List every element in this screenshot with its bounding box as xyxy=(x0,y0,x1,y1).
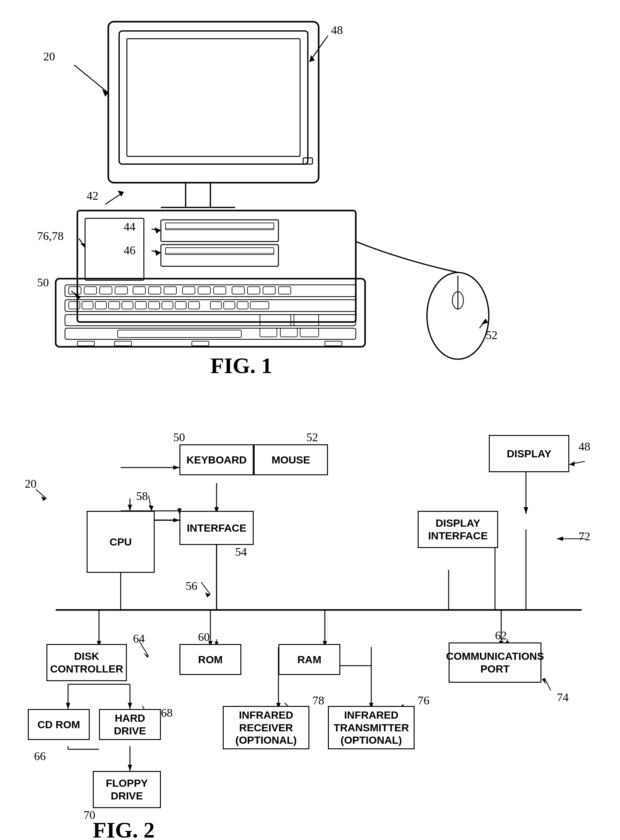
svg-line-119 xyxy=(569,461,585,464)
ref-50-fig2: 50 xyxy=(173,430,185,444)
svg-rect-5 xyxy=(303,158,313,164)
svg-rect-31 xyxy=(69,302,80,309)
svg-rect-28 xyxy=(263,287,275,294)
svg-rect-34 xyxy=(108,302,120,309)
ref-56-fig2: 56 xyxy=(186,579,197,593)
comm-port-box: COMMUNICATIONSPORT xyxy=(448,642,542,683)
svg-line-60 xyxy=(74,65,108,93)
cpu-box: CPU xyxy=(87,511,155,573)
svg-rect-33 xyxy=(95,302,107,309)
svg-marker-99 xyxy=(66,703,70,709)
svg-marker-69 xyxy=(309,55,315,62)
svg-line-66 xyxy=(152,251,161,253)
svg-rect-32 xyxy=(82,302,93,309)
ref-50-fig1: 50 xyxy=(37,276,49,289)
svg-marker-146 xyxy=(205,593,211,597)
svg-marker-89 xyxy=(128,505,132,511)
svg-rect-9 xyxy=(166,223,274,230)
ref-46-fig1: 46 xyxy=(124,243,135,257)
svg-rect-12 xyxy=(166,248,274,255)
svg-marker-124 xyxy=(149,505,153,511)
svg-marker-101 xyxy=(128,703,132,709)
svg-rect-42 xyxy=(224,302,235,309)
svg-marker-126 xyxy=(143,653,149,658)
svg-rect-35 xyxy=(122,302,133,309)
svg-rect-45 xyxy=(65,315,356,326)
ref-52-fig1: 52 xyxy=(486,328,498,342)
floppy-drive-box: FLOPPYDRIVE xyxy=(93,771,161,808)
ram-box: RAM xyxy=(278,644,340,675)
rom-box: ROM xyxy=(179,644,241,675)
ref-78-fig2: 78 xyxy=(313,694,324,707)
svg-rect-49 xyxy=(294,315,319,326)
svg-marker-61 xyxy=(102,89,108,97)
svg-rect-22 xyxy=(164,287,176,294)
svg-rect-8 xyxy=(161,220,278,241)
keyboard-box: KEYBOARD xyxy=(179,444,254,475)
ref-64-fig2: 64 xyxy=(133,632,145,645)
display-box: DISPLAY xyxy=(489,435,569,472)
svg-rect-54 xyxy=(114,341,131,346)
ref-76-fig2: 76 xyxy=(418,694,429,707)
hard-drive-box: HARDDRIVE xyxy=(99,709,161,740)
ref-7678-fig1: 76,78 xyxy=(37,229,64,243)
svg-rect-37 xyxy=(149,302,160,309)
fig2-section: KEYBOARD MOUSE DISPLAY CPU INTERFACE DIS… xyxy=(0,378,620,840)
ref-72-fig2: 72 xyxy=(579,529,590,543)
svg-line-64 xyxy=(152,229,161,230)
infrared-transmitter-box: INFRAREDTRANSMITTER(OPTIONAL) xyxy=(328,706,415,749)
svg-rect-2 xyxy=(127,39,300,156)
svg-rect-47 xyxy=(117,330,241,338)
svg-rect-24 xyxy=(198,287,211,294)
ref-48-fig2: 48 xyxy=(579,440,590,453)
svg-rect-36 xyxy=(135,302,146,309)
ref-52-fig2: 52 xyxy=(306,430,318,444)
ref-60-fig2: 60 xyxy=(198,630,210,644)
svg-rect-18 xyxy=(99,287,112,294)
svg-rect-56 xyxy=(325,341,342,346)
svg-rect-1 xyxy=(119,31,308,164)
ref-20-fig2: 20 xyxy=(25,477,36,490)
svg-marker-86 xyxy=(173,518,179,522)
svg-rect-26 xyxy=(232,287,244,294)
fig2-title: FIG. 2 xyxy=(93,817,155,840)
fig1-title: FIG. 1 xyxy=(211,353,272,379)
svg-rect-16 xyxy=(69,287,81,294)
svg-rect-38 xyxy=(162,302,173,309)
ref-66-fig2: 66 xyxy=(34,749,46,763)
svg-marker-83 xyxy=(524,507,528,514)
svg-marker-122 xyxy=(557,537,563,541)
svg-rect-23 xyxy=(182,287,195,294)
svg-rect-30 xyxy=(65,300,356,311)
svg-rect-40 xyxy=(188,302,200,309)
svg-rect-41 xyxy=(211,302,221,309)
svg-line-68 xyxy=(309,36,328,62)
svg-rect-20 xyxy=(133,287,145,294)
svg-marker-67 xyxy=(155,250,161,256)
svg-marker-75 xyxy=(80,243,86,248)
mouse-box: MOUSE xyxy=(254,444,328,475)
ref-44-fig1: 44 xyxy=(124,220,135,234)
svg-rect-11 xyxy=(161,244,278,266)
svg-rect-51 xyxy=(280,328,297,337)
svg-rect-52 xyxy=(300,328,319,337)
svg-line-72 xyxy=(480,319,486,328)
svg-rect-19 xyxy=(115,287,128,294)
interface-box: INTERFACE xyxy=(179,511,254,545)
ref-54-fig2: 54 xyxy=(235,545,247,558)
cd-rom-box: CD ROM xyxy=(28,709,90,740)
ref-48-fig1: 48 xyxy=(331,23,343,37)
svg-point-59 xyxy=(452,292,463,309)
svg-marker-142 xyxy=(542,678,546,684)
ref-74-fig2: 74 xyxy=(557,691,569,704)
svg-marker-120 xyxy=(569,461,575,466)
svg-marker-73 xyxy=(482,319,488,324)
svg-line-123 xyxy=(149,495,152,511)
svg-rect-6 xyxy=(77,211,356,322)
svg-rect-50 xyxy=(260,328,277,337)
svg-marker-103 xyxy=(128,765,132,771)
svg-marker-63 xyxy=(117,190,124,197)
svg-rect-55 xyxy=(192,341,209,346)
svg-rect-43 xyxy=(237,302,248,309)
svg-rect-3 xyxy=(186,182,211,207)
